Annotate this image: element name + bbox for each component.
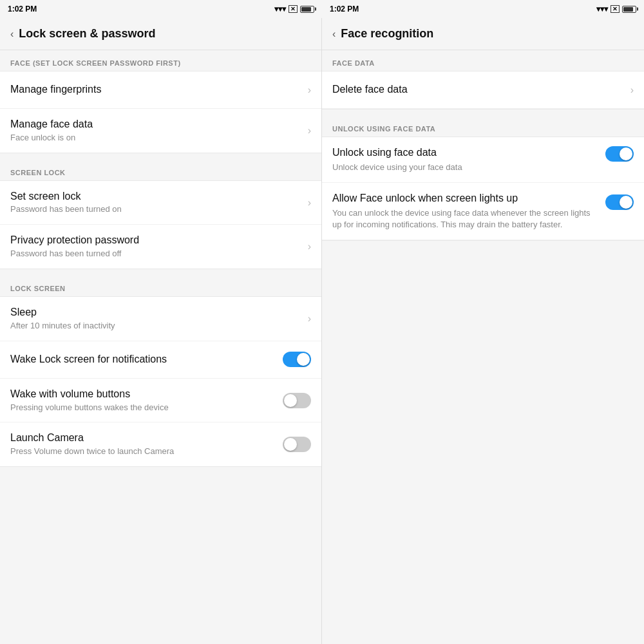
chevron-right-icon-4: › bbox=[308, 241, 311, 252]
gap-3 bbox=[322, 109, 644, 116]
gap-1 bbox=[0, 153, 321, 160]
set-screen-lock-subtitle: Password has been turned on bbox=[10, 204, 303, 215]
manage-face-data-subtitle: Face unlock is on bbox=[10, 133, 303, 144]
delete-face-data-title: Delete face data bbox=[332, 83, 408, 97]
privacy-protection-item[interactable]: Privacy protection password Password has… bbox=[0, 225, 321, 269]
unlock-face-section: Unlock using face data Unlock device usi… bbox=[322, 137, 644, 241]
privacy-protection-subtitle: Password has been turned off bbox=[10, 249, 303, 260]
sleep-subtitle: After 10 minutes of inactivity bbox=[10, 321, 303, 332]
allow-face-unlock-toggle[interactable] bbox=[605, 194, 634, 210]
wake-lock-toggle[interactable] bbox=[283, 352, 311, 367]
launch-camera-toggle[interactable] bbox=[283, 437, 311, 452]
right-panel: ‹ Face recognition FACE DATA Delete face… bbox=[322, 18, 644, 644]
left-panel: ‹ Lock screen & password FACE (SET LOCK … bbox=[0, 18, 322, 644]
launch-camera-item[interactable]: Launch Camera Press Volume down twice to… bbox=[0, 422, 321, 466]
left-status-bar: 1:02 PM ▾▾▾ ✕ bbox=[0, 0, 322, 18]
left-header-title: Lock screen & password bbox=[19, 27, 155, 41]
section-screen-lock-label: SCREEN LOCK bbox=[0, 160, 321, 180]
right-status-bar: 1:02 PM ▾▾▾ ✕ bbox=[322, 0, 644, 18]
toggle-knob-5 bbox=[620, 196, 632, 209]
sleep-title: Sleep bbox=[10, 306, 303, 319]
screen-lock-section: Set screen lock Password has been turned… bbox=[0, 180, 321, 269]
unlock-face-data-title: Unlock using face data bbox=[332, 146, 598, 160]
face-data-section: Delete face data › bbox=[322, 71, 644, 109]
wake-volume-title: Wake with volume buttons bbox=[10, 388, 283, 401]
notification-icon-right: ✕ bbox=[611, 5, 620, 13]
manage-face-data-title: Manage face data bbox=[10, 118, 303, 131]
allow-face-unlock-title: Allow Face unlock when screen lights up bbox=[332, 192, 598, 205]
delete-face-data-item[interactable]: Delete face data › bbox=[322, 71, 644, 109]
manage-face-data-item[interactable]: Manage face data Face unlock is on › bbox=[0, 109, 321, 153]
wake-volume-item[interactable]: Wake with volume buttons Pressing volume… bbox=[0, 379, 321, 423]
section-lock-screen-label: LOCK SCREEN bbox=[0, 276, 321, 296]
left-header: ‹ Lock screen & password bbox=[0, 18, 321, 50]
chevron-right-icon-3: › bbox=[308, 197, 311, 209]
left-back-button[interactable]: ‹ bbox=[10, 28, 14, 40]
chevron-right-icon-2: › bbox=[308, 125, 311, 137]
battery-icon bbox=[300, 6, 314, 13]
battery-icon-right bbox=[622, 6, 636, 13]
chevron-right-icon-6: › bbox=[630, 84, 634, 96]
set-screen-lock-item[interactable]: Set screen lock Password has been turned… bbox=[0, 181, 321, 225]
section-unlock-face-label: UNLOCK USING FACE DATA bbox=[322, 116, 644, 137]
unlock-face-data-subtitle: Unlock device using your face data bbox=[332, 162, 598, 173]
wake-volume-subtitle: Pressing volume buttons wakes the device bbox=[10, 402, 283, 413]
section-face-label: FACE (SET LOCK SCREEN PASSWORD FIRST) bbox=[0, 50, 321, 71]
right-header-title: Face recognition bbox=[341, 27, 433, 41]
gap-2 bbox=[0, 269, 321, 276]
allow-face-unlock-subtitle: You can unlock the device using face dat… bbox=[332, 207, 598, 231]
right-header: ‹ Face recognition bbox=[322, 18, 644, 50]
launch-camera-subtitle: Press Volume down twice to launch Camera bbox=[10, 446, 283, 457]
manage-fingerprints-item[interactable]: Manage fingerprints › bbox=[0, 71, 321, 109]
wake-lock-title: Wake Lock screen for notifications bbox=[10, 353, 283, 366]
launch-camera-title: Launch Camera bbox=[10, 431, 283, 445]
toggle-knob-2 bbox=[284, 394, 297, 407]
left-status-icons: ▾▾▾ ✕ bbox=[274, 5, 314, 14]
left-time: 1:02 PM bbox=[8, 5, 37, 14]
back-chevron-icon-right: ‹ bbox=[332, 28, 336, 40]
unlock-face-data-toggle[interactable] bbox=[605, 146, 634, 162]
right-status-icons: ▾▾▾ ✕ bbox=[596, 5, 636, 14]
manage-fingerprints-title: Manage fingerprints bbox=[10, 83, 303, 97]
face-section: Manage fingerprints › Manage face data F… bbox=[0, 71, 321, 153]
privacy-protection-title: Privacy protection password bbox=[10, 234, 303, 247]
lock-screen-section: Sleep After 10 minutes of inactivity › W… bbox=[0, 296, 321, 467]
toggle-knob bbox=[297, 353, 310, 366]
wake-lock-item[interactable]: Wake Lock screen for notifications bbox=[0, 341, 321, 379]
toggle-knob-3 bbox=[284, 438, 297, 451]
allow-face-unlock-item[interactable]: Allow Face unlock when screen lights up … bbox=[322, 183, 644, 240]
sleep-item[interactable]: Sleep After 10 minutes of inactivity › bbox=[0, 297, 321, 341]
right-time: 1:02 PM bbox=[330, 5, 359, 14]
back-chevron-icon: ‹ bbox=[10, 28, 14, 40]
notification-icon: ✕ bbox=[289, 5, 298, 13]
chevron-right-icon: › bbox=[308, 84, 311, 96]
chevron-right-icon-5: › bbox=[308, 313, 311, 325]
wake-volume-toggle[interactable] bbox=[283, 393, 311, 408]
wifi-icon: ▾▾▾ bbox=[274, 5, 286, 14]
right-back-button[interactable]: ‹ bbox=[332, 28, 336, 40]
unlock-face-data-item[interactable]: Unlock using face data Unlock device usi… bbox=[322, 137, 644, 183]
section-face-data-label: FACE DATA bbox=[322, 50, 644, 71]
toggle-knob-4 bbox=[620, 147, 632, 160]
wifi-icon-right: ▾▾▾ bbox=[596, 5, 608, 14]
set-screen-lock-title: Set screen lock bbox=[10, 190, 303, 204]
